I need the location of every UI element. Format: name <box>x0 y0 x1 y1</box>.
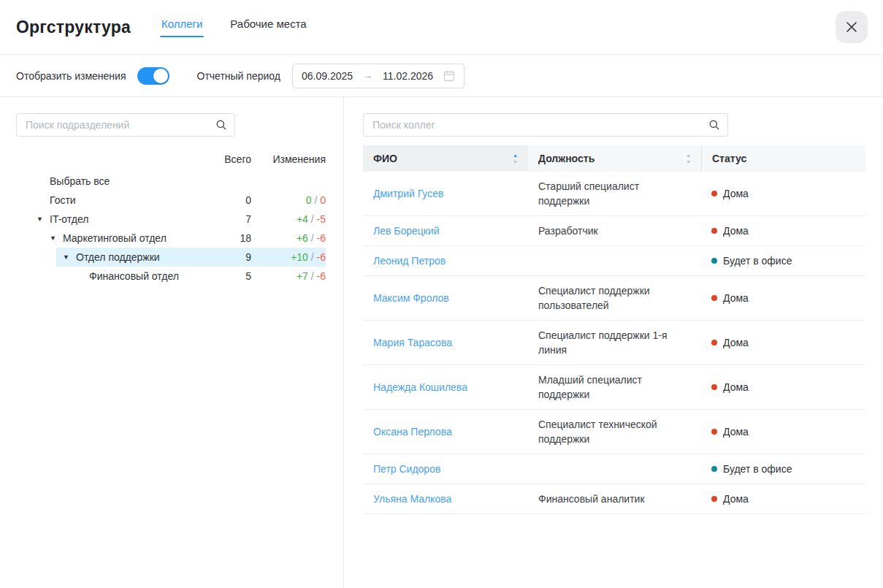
colleague-position: Разработчик <box>528 216 701 245</box>
colleagues-rows: Дмитрий Гусев Старший специалист поддерж… <box>363 172 865 514</box>
tree-row[interactable]: ▼ IT-отдел 7 +4 / -5 <box>16 210 326 229</box>
status-label: Дома <box>723 335 749 350</box>
status-label: Дома <box>723 186 749 201</box>
added-count: +4 <box>297 213 308 225</box>
calendar-icon[interactable] <box>443 70 455 82</box>
departments-tree: ▼ Гости 0 0 / 0 ▼ IT-отдел 7 +4 / -5 ▼ М… <box>16 191 326 286</box>
colleague-status: Дома <box>701 216 865 245</box>
status-dot-icon <box>711 429 717 435</box>
colleague-name-link[interactable]: Мария Тарасова <box>373 337 452 348</box>
removed-count: -6 <box>317 232 326 244</box>
colleague-name-link[interactable]: Лев Борецкий <box>373 225 440 237</box>
colleague-position: Специалист технической поддержки <box>528 410 701 454</box>
colleague-name-link[interactable]: Максим Фролов <box>373 292 449 304</box>
colleague-row: Лев Борецкий Разработчик Дома <box>363 216 865 246</box>
colleague-position: Старший специалист поддержки <box>528 172 701 215</box>
status-label: Дома <box>723 224 749 238</box>
status-label: Будет в офисе <box>723 462 792 476</box>
select-all[interactable]: Выбрать все <box>16 172 326 191</box>
departments-panel: Всего Изменения Выбрать все ▼ Гости 0 0 … <box>0 97 344 588</box>
department-name: Маркетинговый отдел <box>63 232 204 244</box>
colleague-name-link[interactable]: Оксана Перлова <box>373 426 452 438</box>
toolbar: Отобразить изменения Отчетный период 06.… <box>0 55 883 97</box>
department-name: Гости <box>50 194 204 206</box>
colleague-position: Специалист поддержки пользователей <box>528 276 701 320</box>
department-changes: +6 / -6 <box>251 232 326 244</box>
show-changes-label: Отобразить изменения <box>16 70 126 82</box>
orgstructure-window: Оргструктура Коллеги Рабочие места Отобр… <box>0 0 883 588</box>
departments-search-input[interactable] <box>26 119 215 131</box>
close-button[interactable] <box>836 11 868 43</box>
expand-icon[interactable]: ▼ <box>37 215 50 223</box>
colleague-name-link[interactable]: Дмитрий Гусев <box>373 188 443 199</box>
added-count: +7 <box>297 270 308 282</box>
colleague-name-link[interactable]: Ульяна Малкова <box>373 493 451 505</box>
colleague-status: Дома <box>701 484 865 513</box>
removed-count: -5 <box>317 213 326 225</box>
status-dot-icon <box>711 228 717 234</box>
colleague-name-link[interactable]: Надежда Кошилева <box>373 381 467 393</box>
status-dot-icon <box>711 466 717 472</box>
expand-icon[interactable]: ▼ <box>50 234 63 242</box>
tab-colleagues-label: Коллеги <box>161 18 202 30</box>
tree-row[interactable]: ▼ Финансовый отдел 5 +7 / -6 <box>16 267 326 286</box>
page-title: Оргструктура <box>16 18 131 37</box>
tree-row[interactable]: ▼ Маркетинговый отдел 18 +6 / -6 <box>16 229 326 248</box>
date-from-field[interactable]: 06.09.2025 <box>302 70 353 82</box>
colleague-status: Дома <box>701 328 865 357</box>
department-total: 9 <box>204 251 251 263</box>
tree-row[interactable]: ▼ Отдел поддержки 9 +10 / -6 <box>16 248 326 267</box>
colleague-row: Оксана Перлова Специалист технической по… <box>363 410 865 454</box>
colleague-status: Будет в офисе <box>701 246 865 275</box>
colleagues-search-input[interactable] <box>372 119 708 131</box>
colleague-position: Младший специалист поддержки <box>528 365 701 409</box>
colleague-row: Дмитрий Гусев Старший специалист поддерж… <box>363 172 865 216</box>
added-count: +10 <box>291 251 308 263</box>
status-dot-icon <box>711 295 717 301</box>
department-total: 18 <box>204 232 251 244</box>
sort-up-icon: ▲ <box>686 153 691 158</box>
colleague-name-link[interactable]: Петр Сидоров <box>373 463 440 475</box>
tab-colleagues[interactable]: Коллеги <box>160 15 204 40</box>
status-label: Дома <box>723 380 749 394</box>
column-header-position[interactable]: Должность ▲ ▼ <box>528 145 701 172</box>
colleague-status: Будет в офисе <box>701 454 865 484</box>
colleagues-table-header: ФИО ▲ ▼ Должность ▲ ▼ Ст <box>363 145 865 172</box>
status-label: Будет в офисе <box>723 253 792 268</box>
removed-count: -6 <box>317 251 326 263</box>
status-dot-icon <box>711 340 717 345</box>
status-dot-icon <box>711 384 717 390</box>
colleague-status: Дома <box>701 373 865 402</box>
column-header-status: Статус <box>701 145 865 172</box>
colleague-row: Надежда Кошилева Младший специалист подд… <box>363 365 865 410</box>
tree-row[interactable]: ▼ Гости 0 0 / 0 <box>16 191 326 210</box>
sort-icon-name: ▲ ▼ <box>513 153 518 164</box>
tab-workplaces[interactable]: Рабочие места <box>229 15 307 40</box>
removed-count: 0 <box>320 194 326 206</box>
department-total: 5 <box>204 270 251 282</box>
column-header-name[interactable]: ФИО ▲ ▼ <box>363 145 528 172</box>
report-period-control[interactable]: 06.09.2025 → 11.02.2026 <box>292 64 465 88</box>
status-dot-icon <box>711 496 717 502</box>
department-changes: 0 / 0 <box>251 194 326 206</box>
sort-down-icon: ▼ <box>513 159 518 164</box>
colleague-position: Специалист поддержки 1-я линия <box>528 321 701 364</box>
colleague-position <box>528 462 701 476</box>
department-changes: +7 / -6 <box>251 270 326 282</box>
toggle-knob <box>153 69 168 83</box>
status-dot-icon <box>711 191 717 196</box>
tab-workplaces-label: Рабочие места <box>230 18 306 30</box>
date-to-field[interactable]: 11.02.2026 <box>383 70 433 82</box>
search-icon <box>708 119 720 131</box>
colleagues-panel: ФИО ▲ ▼ Должность ▲ ▼ Ст <box>344 97 883 588</box>
show-changes-toggle[interactable] <box>137 67 169 85</box>
status-label: Дома <box>723 492 749 506</box>
colleagues-table: ФИО ▲ ▼ Должность ▲ ▼ Ст <box>363 145 865 514</box>
colleague-name-link[interactable]: Леонид Петров <box>373 255 446 267</box>
expand-icon[interactable]: ▼ <box>63 253 76 261</box>
status-label: Дома <box>723 424 749 439</box>
sort-up-icon: ▲ <box>513 153 518 158</box>
departments-search <box>16 113 235 137</box>
colleague-row: Петр Сидоров Будет в офисе <box>363 454 865 484</box>
search-icon <box>215 119 227 131</box>
